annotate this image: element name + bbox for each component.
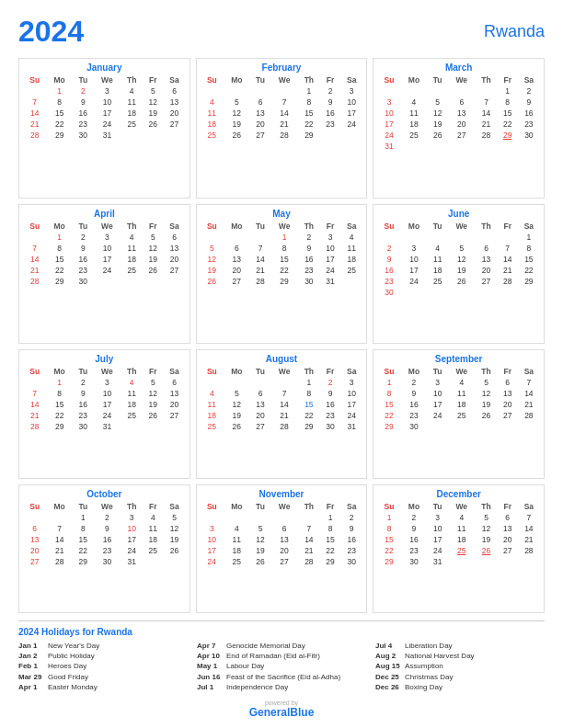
cal-day <box>23 85 46 97</box>
cal-day: 9 <box>518 97 540 108</box>
cal-day <box>427 232 448 243</box>
cal-day: 15 <box>377 399 400 410</box>
month-block-june: JuneSuMoTuWeThFrSa1234567891011121314151… <box>373 204 545 345</box>
cal-day: 22 <box>298 119 320 130</box>
cal-day: 3 <box>320 232 340 243</box>
cal-day <box>121 130 143 141</box>
cal-day: 22 <box>73 545 94 556</box>
holiday-date: Jul 1 <box>197 682 223 692</box>
cal-day: 31 <box>320 276 340 287</box>
cal-day: 3 <box>401 243 428 254</box>
cal-day: 16 <box>73 254 94 265</box>
cal-day: 15 <box>298 108 320 119</box>
day-header-tu: Tu <box>427 221 448 232</box>
cal-day: 13 <box>498 388 518 399</box>
cal-day: 19 <box>224 119 250 130</box>
cal-day: 29 <box>320 556 340 567</box>
cal-day: 1 <box>46 377 73 388</box>
cal-day: 18 <box>448 399 475 410</box>
holiday-item: Feb 1Heroes Day <box>18 661 188 671</box>
day-header-fr: Fr <box>143 501 163 512</box>
cal-day: 12 <box>224 399 250 410</box>
cal-day: 30 <box>340 556 362 567</box>
day-header-we: We <box>270 221 297 232</box>
cal-day: 19 <box>143 108 163 119</box>
cal-day: 17 <box>94 254 121 265</box>
cal-day: 31 <box>340 421 362 432</box>
month-title-may: May <box>201 209 363 219</box>
cal-day: 18 <box>201 119 224 130</box>
cal-day: 30 <box>401 556 428 567</box>
cal-day: 20 <box>475 265 497 276</box>
cal-day: 7 <box>46 523 73 534</box>
cal-day: 22 <box>46 410 73 421</box>
cal-table-april: SuMoTuWeThFrSa12345678910111213141516171… <box>23 221 186 287</box>
cal-day: 27 <box>448 130 475 141</box>
cal-day <box>270 512 297 523</box>
day-header-we: We <box>94 221 121 232</box>
day-header-mo: Mo <box>46 366 73 377</box>
day-header-tu: Tu <box>427 366 448 377</box>
day-header-sa: Sa <box>163 501 185 512</box>
cal-day: 5 <box>475 512 497 523</box>
cal-day: 6 <box>250 97 271 108</box>
day-header-sa: Sa <box>163 221 185 232</box>
cal-day <box>340 276 362 287</box>
cal-day: 8 <box>46 388 73 399</box>
day-header-we: We <box>448 501 475 512</box>
cal-day: 31 <box>377 141 400 152</box>
cal-day: 8 <box>377 388 400 399</box>
cal-day <box>518 287 540 298</box>
cal-day: 8 <box>270 243 297 254</box>
cal-day: 11 <box>201 108 224 119</box>
holidays-col-1: Jan 1New Year's DayJan 2Public HolidayFe… <box>18 641 188 692</box>
cal-day: 17 <box>94 108 121 119</box>
cal-day: 29 <box>46 421 73 432</box>
day-header-th: Th <box>298 221 320 232</box>
day-header-mo: Mo <box>401 221 428 232</box>
cal-day: 24 <box>340 410 362 421</box>
cal-day: 9 <box>340 523 362 534</box>
cal-day <box>498 232 518 243</box>
cal-day: 26 <box>143 410 163 421</box>
cal-day: 8 <box>298 97 320 108</box>
cal-day: 1 <box>270 232 297 243</box>
cal-day: 3 <box>340 85 362 97</box>
cal-day: 22 <box>46 119 73 130</box>
cal-day: 13 <box>163 97 185 108</box>
cal-day <box>401 85 428 97</box>
cal-day: 18 <box>401 119 428 130</box>
cal-day: 28 <box>475 130 497 141</box>
cal-day: 3 <box>427 377 448 388</box>
holiday-item: Jan 1New Year's Day <box>18 641 188 651</box>
cal-day: 24 <box>94 119 121 130</box>
cal-day <box>448 232 475 243</box>
cal-day: 2 <box>73 232 94 243</box>
holiday-item: Jan 2Public Holiday <box>18 651 188 661</box>
cal-day: 29 <box>298 130 320 141</box>
cal-day: 14 <box>475 108 497 119</box>
cal-day: 2 <box>298 232 320 243</box>
cal-day <box>475 85 497 97</box>
cal-day: 20 <box>270 545 297 556</box>
cal-day: 17 <box>340 108 362 119</box>
day-header-mo: Mo <box>46 74 73 85</box>
cal-day: 4 <box>224 523 250 534</box>
cal-day: 13 <box>475 254 497 265</box>
cal-day <box>298 512 320 523</box>
day-header-su: Su <box>23 221 46 232</box>
cal-table-september: SuMoTuWeThFrSa12345678910111213141516171… <box>377 366 540 432</box>
cal-day: 23 <box>377 276 400 287</box>
cal-day: 27 <box>250 421 271 432</box>
cal-day: 26 <box>475 410 497 421</box>
holiday-name: Heroes Day <box>48 661 86 671</box>
month-block-september: SeptemberSuMoTuWeThFrSa12345678910111213… <box>373 349 545 479</box>
month-block-october: OctoberSuMoTuWeThFrSa1234567891011121314… <box>18 484 190 614</box>
cal-day: 14 <box>23 399 46 410</box>
cal-day: 22 <box>377 410 400 421</box>
cal-day: 6 <box>163 377 185 388</box>
cal-day: 28 <box>270 130 297 141</box>
cal-day: 14 <box>46 534 73 545</box>
holiday-name: Liberation Day <box>405 641 453 651</box>
day-header-th: Th <box>475 221 497 232</box>
